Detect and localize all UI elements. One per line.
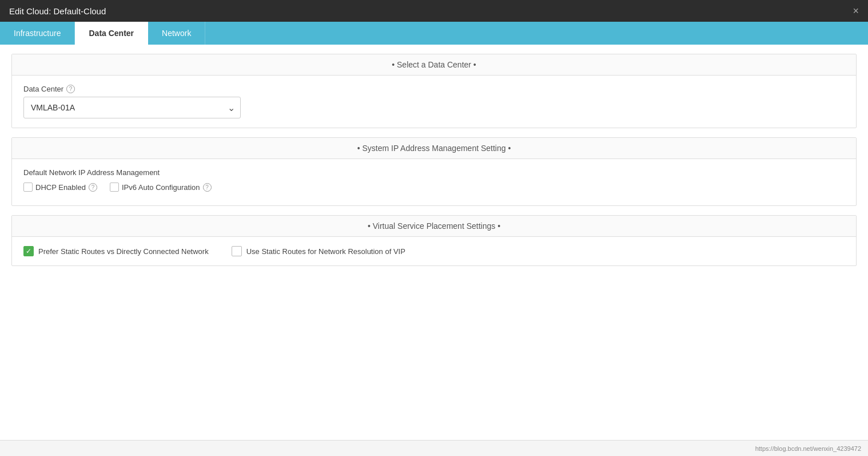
prefer-static-routes-label: Prefer Static Routes vs Directly Connect… <box>38 247 209 256</box>
dhcp-enabled-checkbox[interactable] <box>23 183 33 192</box>
ipv6-auto-config-label: IPv6 Auto Configuration <box>122 183 200 192</box>
ip-management-checkboxes: DHCP Enabled ? IPv6 Auto Configuration ? <box>23 183 845 192</box>
use-static-routes-label: Use Static Routes for Network Resolution… <box>246 247 405 256</box>
default-network-label: Default Network IP Address Management <box>23 168 845 177</box>
ipv6-auto-config-item: IPv6 Auto Configuration ? <box>110 183 212 192</box>
content-area: • Select a Data Center • Data Center ? V… <box>0 45 868 440</box>
prefer-static-routes-item: ✓ Prefer Static Routes vs Directly Conne… <box>23 246 209 256</box>
tab-data-center[interactable]: Data Center <box>75 22 148 45</box>
bottom-bar: https://blog.bcdn.net/wenxin_4239472 <box>0 440 868 456</box>
data-center-section-header: • Select a Data Center • <box>12 54 856 76</box>
data-center-select[interactable]: VMLAB-01A VMLAB-01B VMLAB-02A <box>23 97 241 118</box>
ipv6-auto-config-checkbox[interactable] <box>110 183 119 192</box>
virtual-service-section-header: • Virtual Service Placement Settings • <box>12 216 856 237</box>
window-title: Edit Cloud: Default-Cloud <box>9 6 106 16</box>
data-center-select-wrapper: VMLAB-01A VMLAB-01B VMLAB-02A ⌄ <box>23 97 241 118</box>
use-static-routes-item: Use Static Routes for Network Resolution… <box>232 246 405 256</box>
tab-network[interactable]: Network <box>148 22 205 45</box>
placement-settings-row: ✓ Prefer Static Routes vs Directly Conne… <box>23 246 845 256</box>
data-center-field-label: Data Center ? <box>23 85 845 93</box>
close-button[interactable]: × <box>853 6 859 16</box>
data-center-section: • Select a Data Center • Data Center ? V… <box>11 54 857 128</box>
virtual-service-section-body: ✓ Prefer Static Routes vs Directly Conne… <box>12 237 856 265</box>
system-ip-section-body: Default Network IP Address Management DH… <box>12 159 856 205</box>
dhcp-enabled-label: DHCP Enabled <box>35 183 86 192</box>
title-bar: Edit Cloud: Default-Cloud × <box>0 0 868 22</box>
use-static-routes-checkbox[interactable] <box>232 246 242 256</box>
virtual-service-section: • Virtual Service Placement Settings • ✓… <box>11 215 857 266</box>
url-display: https://blog.bcdn.net/wenxin_4239472 <box>755 445 861 452</box>
prefer-static-routes-checkbox[interactable]: ✓ <box>23 246 34 256</box>
ipv6-help-icon[interactable]: ? <box>203 183 212 192</box>
system-ip-section: • System IP Address Management Setting •… <box>11 137 857 206</box>
dhcp-enabled-item: DHCP Enabled ? <box>23 183 97 192</box>
tab-infrastructure[interactable]: Infrastructure <box>0 22 75 45</box>
main-window: Edit Cloud: Default-Cloud × Infrastructu… <box>0 0 868 456</box>
data-center-section-body: Data Center ? VMLAB-01A VMLAB-01B VMLAB-… <box>12 76 856 128</box>
data-center-help-icon[interactable]: ? <box>66 85 75 93</box>
dhcp-help-icon[interactable]: ? <box>89 183 97 192</box>
system-ip-section-header: • System IP Address Management Setting • <box>12 138 856 159</box>
tab-bar: Infrastructure Data Center Network <box>0 22 868 45</box>
